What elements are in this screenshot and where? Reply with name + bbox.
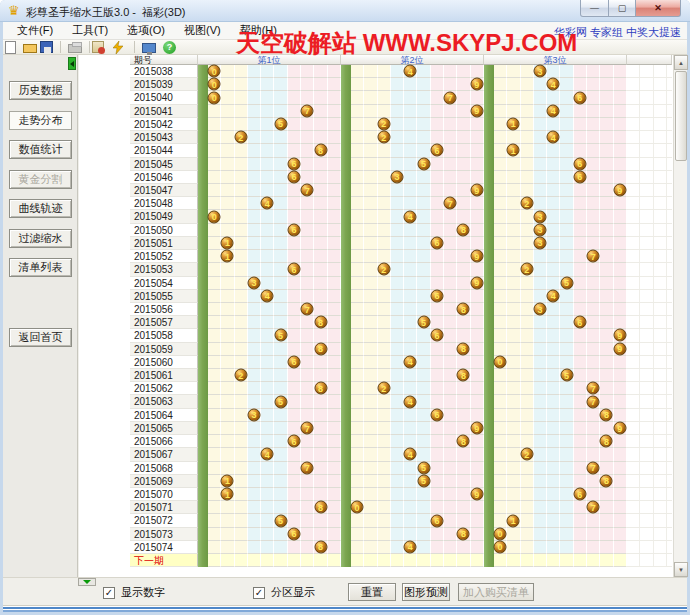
draw-ball: 6: [430, 144, 443, 157]
table-row: 2015042521: [130, 118, 672, 131]
new-document-icon[interactable]: [5, 41, 16, 54]
sidebar-button-7[interactable]: 清单列表: [9, 258, 72, 277]
draw-ball: 9: [470, 422, 483, 435]
section-divider: [341, 197, 351, 210]
period-cell: 2015050: [130, 224, 198, 237]
table-row: 2015056783: [130, 303, 672, 316]
table-row: 2015045656: [130, 158, 672, 171]
sidebar-collapse-icon[interactable]: [68, 57, 76, 70]
draw-ball: 8: [457, 435, 470, 448]
section-divider: [484, 184, 494, 197]
section-divider: [484, 369, 494, 382]
open-folder-icon[interactable]: [23, 41, 39, 54]
section-divider: [341, 184, 351, 197]
section-divider: [198, 91, 208, 104]
draw-ball: 5: [417, 316, 430, 329]
save-icon[interactable]: [40, 41, 53, 53]
sidebar-button-1[interactable]: 历史数据: [9, 81, 72, 100]
period-cell: 2015059: [130, 343, 198, 356]
menu-view[interactable]: 视图(V): [179, 23, 226, 38]
stamp-icon[interactable]: [92, 41, 104, 53]
footer-button-2[interactable]: 图形预测: [402, 583, 450, 601]
sidebar-button-2[interactable]: 走势分布: [9, 111, 72, 130]
section-divider: [198, 78, 208, 91]
section-divider: [341, 131, 351, 144]
draw-ball: 0: [208, 210, 221, 223]
table-row: 2015051163: [130, 237, 672, 250]
section-divider: [341, 237, 351, 250]
vertical-scrollbar[interactable]: ▲ ▼: [673, 55, 687, 577]
sidebar-button-3[interactable]: 数值统计: [9, 140, 72, 159]
draw-ball: 2: [520, 448, 533, 461]
period-cell: 2015058: [130, 329, 198, 342]
draw-ball: 0: [494, 540, 507, 553]
section-divider: [341, 409, 351, 422]
draw-ball: 9: [470, 276, 483, 289]
sidebar-button-4[interactable]: 黄金分割: [9, 170, 72, 189]
draw-ball: 7: [301, 104, 314, 117]
maximize-button[interactable]: ▢: [609, 0, 636, 17]
period-cell: 2015038: [130, 65, 198, 78]
table-row: 2015061285: [130, 369, 672, 382]
draw-ball: 9: [470, 104, 483, 117]
print-icon[interactable]: [68, 44, 82, 53]
sidebar-button-6[interactable]: 过滤缩水: [9, 229, 72, 248]
period-cell: 2015042: [130, 118, 198, 131]
home-button[interactable]: 返回首页: [9, 328, 72, 347]
period-cell: 2015056: [130, 303, 198, 316]
section-divider: [341, 290, 351, 303]
draw-ball: 8: [314, 501, 327, 514]
section-divider: [341, 514, 351, 527]
table-row: 2015052197: [130, 250, 672, 263]
draw-ball: 6: [287, 355, 300, 368]
scrollbar-thumb[interactable]: [675, 71, 687, 161]
section-divider: [484, 514, 494, 527]
section-divider: [484, 277, 494, 290]
table-row: 2015067442: [130, 448, 672, 461]
sidebar-button-5[interactable]: 曲线轨迹: [9, 199, 72, 218]
menu-file[interactable]: 文件(F): [12, 23, 58, 38]
monitor-icon[interactable]: [142, 43, 156, 53]
checkbox-1[interactable]: ✓显示数字: [103, 585, 165, 600]
minimize-button[interactable]: —: [580, 0, 609, 17]
next-period-cell: 下一期: [130, 554, 198, 567]
scroll-down-icon[interactable]: ▼: [674, 562, 688, 577]
lightning-icon[interactable]: [111, 41, 127, 54]
menu-options[interactable]: 选项(O): [122, 23, 170, 38]
draw-ball: 8: [314, 382, 327, 395]
draw-ball: 3: [248, 276, 261, 289]
table-row: 2015047799: [130, 184, 672, 197]
period-cell: 2015039: [130, 78, 198, 91]
draw-ball: 3: [533, 210, 546, 223]
checkbox-2[interactable]: ✓分区显示: [253, 585, 315, 600]
close-button[interactable]: ✕: [636, 0, 681, 17]
section-divider: [198, 118, 208, 131]
scroll-up-icon[interactable]: ▲: [674, 55, 688, 70]
section-divider: [198, 290, 208, 303]
section-divider: [341, 448, 351, 461]
draw-ball: 4: [404, 355, 417, 368]
section-divider: [341, 263, 351, 276]
draw-ball: 2: [377, 263, 390, 276]
period-cell: 2015043: [130, 131, 198, 144]
draw-ball: 4: [547, 78, 560, 91]
table-row: 2015057856: [130, 316, 672, 329]
period-cell: 2015052: [130, 250, 198, 263]
footer-button-1[interactable]: 重置: [348, 583, 396, 601]
help-icon[interactable]: ?: [163, 41, 176, 54]
section-divider: [484, 210, 494, 223]
section-divider: [484, 118, 494, 131]
table-row: 2015050683: [130, 224, 672, 237]
splitter-collapse-icon[interactable]: [78, 578, 96, 586]
section-divider: [198, 541, 208, 554]
table-row: 2015074840: [130, 541, 672, 554]
draw-ball: 1: [221, 488, 234, 501]
section-divider: [484, 395, 494, 408]
section-divider: [484, 197, 494, 210]
draw-ball: 1: [221, 236, 234, 249]
status-bar: [3, 605, 687, 612]
period-cell: 2015066: [130, 435, 198, 448]
menu-tools[interactable]: 工具(T): [67, 23, 113, 38]
draw-ball: 9: [613, 422, 626, 435]
section-divider: [341, 91, 351, 104]
